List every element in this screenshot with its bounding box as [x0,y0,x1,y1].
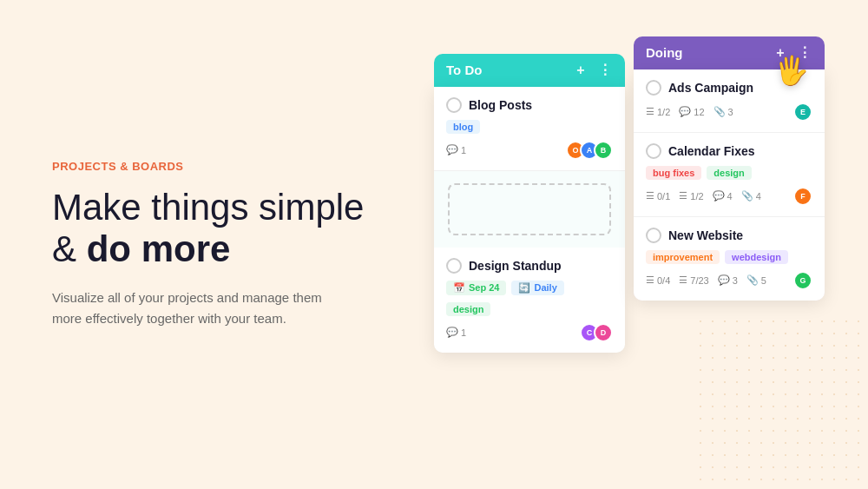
page-wrapper: PROJECTS & BOARDS Make things simple & d… [0,0,868,489]
card-title: Calendar Fixes [668,144,755,158]
subtask-count-2: ☰ 1/2 [679,190,703,202]
card-avatars: C D [580,323,613,342]
card-avatars: G [793,271,812,290]
card-checkbox[interactable] [646,80,661,96]
avatar: F [793,187,812,206]
todo-header-actions: + ⋮ [573,63,613,78]
tags-row-2: design [446,302,613,316]
card-footer: ☰ 0/1 ☰ 1/2 💬 4 [646,187,812,206]
todo-add-icon[interactable]: + [573,63,589,78]
avatar: D [594,323,613,342]
card-title: New Website [668,228,743,242]
card-checkbox[interactable] [646,228,661,243]
attachment-count: 📎 3 [713,106,733,117]
description-text: Visualize all of your projects and manag… [52,287,330,329]
subtask-count: ☰ 0/4 [646,274,670,286]
board-panel: To Do + ⋮ Blog Posts blog [434,36,816,453]
card-footer: 💬 1 O A B [446,141,613,160]
comment-count: 💬 4 [713,190,733,202]
tag-bugfixes: bug fixes [646,166,701,180]
card-checkbox[interactable] [446,97,462,113]
placeholder-wrapper [434,171,625,248]
tag-daily: 🔄 Daily [511,281,563,295]
comment-count: 💬 1 [446,327,466,338]
todo-column-title: To Do [446,63,482,77]
card-meta: ☰ 0/1 ☰ 1/2 💬 4 [646,190,761,202]
avatar: G [793,271,812,290]
card-design-standup[interactable]: Design Standup 📅 Sep 24 🔄 Daily design [434,248,625,353]
attachment-count: 📎 4 [741,190,761,202]
main-heading: Make things simple & do more [52,187,382,271]
card-avatars: F [793,187,812,206]
card-placeholder [448,183,611,235]
doing-column: Doing + ⋮ 🖐 Ads Campaign [634,36,825,301]
tags-row: bug fixes design [646,166,812,180]
avatar: E [793,102,812,122]
doing-column-title: Doing [646,45,683,60]
attachment-count: 📎 5 [746,274,766,286]
tag-improvement: improvement [646,250,720,264]
tag-design: design [446,302,490,316]
card-title: Design Standup [469,259,562,273]
left-panel: PROJECTS & BOARDS Make things simple & d… [52,160,382,330]
tags-row: blog [446,120,613,134]
tag-design: design [707,166,751,180]
card-title: Blog Posts [469,98,532,112]
card-footer: 💬 1 C D [446,323,613,342]
comment-count: 💬 3 [718,274,738,286]
card-meta: ☰ 0/4 ☰ 7/23 💬 3 [646,274,766,286]
cursor-hand-icon: 🖐 [774,69,809,87]
subtask-count: ☰ 1/2 [646,106,670,117]
card-footer: ☰ 1/2 💬 12 📎 3 [646,102,812,122]
card-meta: 💬 1 [446,327,466,338]
subtask-count: ☰ 0/1 [646,190,670,202]
todo-column-header: To Do + ⋮ [434,54,625,87]
comment-count: 💬 1 [446,144,466,155]
subtask-count-2: ☰ 7/23 [679,274,708,286]
card-checkbox[interactable] [446,258,462,274]
doing-cards-container: 🖐 Ads Campaign ☰ 1/2 [634,69,825,301]
tags-row: improvement webdesign [646,250,812,264]
category-label: PROJECTS & BOARDS [52,160,382,173]
todo-column: To Do + ⋮ Blog Posts blog [434,54,625,353]
todo-menu-icon[interactable]: ⋮ [597,63,613,78]
tag-date: 📅 Sep 24 [446,281,506,295]
card-checkbox[interactable] [646,143,661,159]
card-meta: ☰ 1/2 💬 12 📎 3 [646,106,733,117]
todo-cards-container: Blog Posts blog 💬 1 O [434,87,625,353]
card-calendar-fixes[interactable]: Calendar Fixes bug fixes design ☰ 0/1 [634,133,825,217]
comment-count: 💬 12 [679,106,704,117]
tag-blog: blog [446,120,480,134]
avatar: B [594,141,613,160]
card-blog-posts[interactable]: Blog Posts blog 💬 1 O [434,87,625,171]
card-title: Ads Campaign [668,81,753,95]
card-avatars: E [793,102,812,122]
card-meta: 💬 1 [446,144,466,155]
tag-webdesign: webdesign [725,250,788,264]
tags-row: 📅 Sep 24 🔄 Daily [446,281,613,295]
card-footer: ☰ 0/4 ☰ 7/23 💬 3 [646,271,812,290]
card-avatars: O A B [566,141,613,160]
card-new-website[interactable]: New Website improvement webdesign ☰ 0/4 [634,217,825,301]
